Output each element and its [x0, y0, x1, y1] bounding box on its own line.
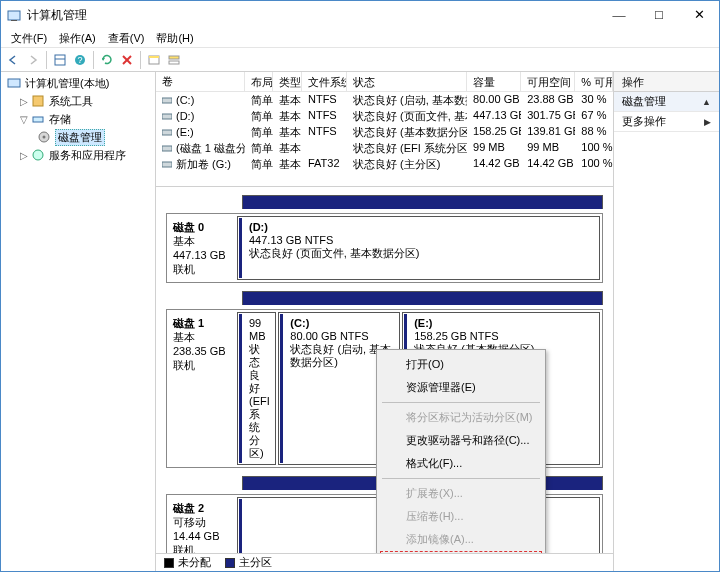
ctx-add-mirror: 添加镜像(A)... [380, 528, 542, 551]
svg-point-18 [33, 150, 43, 160]
table-row[interactable]: (C:)简单基本NTFS状态良好 (启动, 基本数据分区)80.00 GB23.… [156, 92, 613, 108]
layout-btn-2[interactable] [164, 50, 184, 70]
menu-file[interactable]: 文件(F) [5, 29, 53, 48]
disk-block: 磁盘 0基本447.13 GB联机(D:)447.13 GB NTFS状态良好 … [166, 213, 603, 283]
help-button[interactable]: ? [70, 50, 90, 70]
ctx-format[interactable]: 格式化(F)... [380, 452, 542, 475]
forward-button[interactable] [23, 50, 43, 70]
svg-rect-2 [55, 55, 65, 65]
ctx-extend: 扩展卷(X)... [380, 482, 542, 505]
svg-rect-23 [162, 162, 172, 167]
tree-system-tools[interactable]: ▷ 系统工具 [1, 92, 155, 110]
disk-graphic-panel: 磁盘 0基本447.13 GB联机(D:)447.13 GB NTFS状态良好 … [156, 187, 613, 553]
app-icon [7, 8, 21, 22]
expand-icon[interactable]: ▷ [19, 96, 29, 107]
computer-icon [7, 76, 21, 90]
tree-disk-management[interactable]: 磁盘管理 [1, 128, 155, 146]
back-button[interactable] [3, 50, 23, 70]
actions-header: 操作 [614, 72, 719, 92]
options-button[interactable] [50, 50, 70, 70]
col-filesystem[interactable]: 文件系统 [302, 72, 347, 91]
collapse-icon[interactable]: ▽ [19, 114, 29, 125]
close-button[interactable]: ✕ [679, 1, 719, 29]
svg-rect-22 [162, 146, 172, 151]
ctx-change-letter[interactable]: 更改驱动器号和路径(C)... [380, 429, 542, 452]
legend: 未分配 主分区 [156, 553, 613, 571]
svg-rect-20 [162, 114, 172, 119]
partition[interactable]: 99 MB状态良好 (EFI 系统分区) [237, 312, 276, 465]
svg-rect-0 [8, 11, 20, 20]
layout-btn-1[interactable] [144, 50, 164, 70]
actions-pane: 操作 磁盘管理 ▲ 更多操作 ▶ [614, 72, 719, 571]
svg-point-17 [43, 136, 46, 139]
disk-info[interactable]: 磁盘 2可移动14.44 GB联机 [167, 495, 235, 553]
refresh-button[interactable] [97, 50, 117, 70]
delete-icon[interactable] [117, 50, 137, 70]
menu-view[interactable]: 查看(V) [102, 29, 151, 48]
table-row[interactable]: (磁盘 1 磁盘分区 1)简单基本状态良好 (EFI 系统分区)99 MB99 … [156, 140, 613, 156]
actions-disk-mgmt[interactable]: 磁盘管理 ▲ [614, 92, 719, 112]
nav-tree: 计算机管理(本地) ▷ 系统工具 ▽ 存储 磁盘管理 ▷ 服务和应用程序 [1, 72, 156, 571]
submenu-arrow-icon: ▶ [704, 117, 711, 127]
disk-info[interactable]: 磁盘 1基本238.35 GB联机 [167, 310, 235, 467]
maximize-button[interactable]: □ [639, 1, 679, 29]
svg-rect-13 [8, 79, 20, 87]
ctx-open[interactable]: 打开(O) [380, 353, 542, 376]
col-layout[interactable]: 布局 [245, 72, 274, 91]
disk-header-stripe [242, 195, 603, 209]
col-free[interactable]: 可用空间 [521, 72, 575, 91]
svg-rect-14 [33, 96, 43, 106]
main-area: 计算机管理(本地) ▷ 系统工具 ▽ 存储 磁盘管理 ▷ 服务和应用程序 [1, 72, 719, 571]
svg-rect-12 [169, 61, 179, 64]
actions-more[interactable]: 更多操作 ▶ [614, 112, 719, 132]
svg-rect-10 [149, 56, 159, 58]
ctx-explorer[interactable]: 资源管理器(E) [380, 376, 542, 399]
table-row[interactable]: (E:)简单基本NTFS状态良好 (基本数据分区)158.25 GB139.81… [156, 124, 613, 140]
table-header: 卷 布局 类型 文件系统 状态 容量 可用空间 % 可用 [156, 72, 613, 92]
app-window: 计算机管理 — □ ✕ 文件(F) 操作(A) 查看(V) 帮助(H) ? 计算… [0, 0, 720, 572]
tree-services[interactable]: ▷ 服务和应用程序 [1, 146, 155, 164]
collapse-arrow-icon: ▲ [702, 97, 711, 107]
tools-icon [31, 94, 45, 108]
window-title: 计算机管理 [27, 7, 599, 24]
disk-pane: 卷 布局 类型 文件系统 状态 容量 可用空间 % 可用 (C:)简单基本NTF… [156, 72, 614, 571]
tree-storage[interactable]: ▽ 存储 [1, 110, 155, 128]
ctx-shrink: 压缩卷(H)... [380, 505, 542, 528]
col-volume[interactable]: 卷 [156, 72, 245, 91]
expand-icon[interactable]: ▷ [19, 150, 29, 161]
svg-rect-15 [33, 117, 43, 122]
ctx-mark-active: 将分区标记为活动分区(M) [380, 406, 542, 429]
ctx-delete-volume[interactable]: 删除卷(D)... [380, 551, 542, 553]
col-capacity[interactable]: 容量 [467, 72, 521, 91]
legend-primary: 主分区 [225, 555, 272, 570]
services-icon [31, 148, 45, 162]
partition[interactable]: (D:)447.13 GB NTFS状态良好 (页面文件, 基本数据分区) [237, 216, 600, 280]
minimize-button[interactable]: — [599, 1, 639, 29]
menu-action[interactable]: 操作(A) [53, 29, 102, 48]
col-type[interactable]: 类型 [273, 72, 302, 91]
menu-help[interactable]: 帮助(H) [150, 29, 199, 48]
svg-text:?: ? [77, 55, 82, 65]
toolbar: ? [1, 48, 719, 72]
tree-root[interactable]: 计算机管理(本地) [1, 74, 155, 92]
legend-unallocated: 未分配 [164, 555, 211, 570]
svg-rect-21 [162, 130, 172, 135]
storage-icon [31, 112, 45, 126]
context-menu: 打开(O) 资源管理器(E) 将分区标记为活动分区(M) 更改驱动器号和路径(C… [376, 349, 546, 553]
col-status[interactable]: 状态 [347, 72, 467, 91]
titlebar: 计算机管理 — □ ✕ [1, 1, 719, 29]
svg-rect-11 [169, 56, 179, 59]
volume-table: 卷 布局 类型 文件系统 状态 容量 可用空间 % 可用 (C:)简单基本NTF… [156, 72, 613, 187]
disk-info[interactable]: 磁盘 0基本447.13 GB联机 [167, 214, 235, 282]
disk-icon [37, 130, 51, 144]
disk-header-stripe [242, 291, 603, 305]
col-percent[interactable]: % 可用 [575, 72, 613, 91]
menubar: 文件(F) 操作(A) 查看(V) 帮助(H) [1, 29, 719, 48]
table-row[interactable]: (D:)简单基本NTFS状态良好 (页面文件, 基本数据分区)447.13 GB… [156, 108, 613, 124]
svg-rect-19 [162, 98, 172, 103]
table-row[interactable]: 新加卷 (G:)简单基本FAT32状态良好 (主分区)14.42 GB14.42… [156, 156, 613, 172]
svg-rect-1 [11, 20, 17, 21]
